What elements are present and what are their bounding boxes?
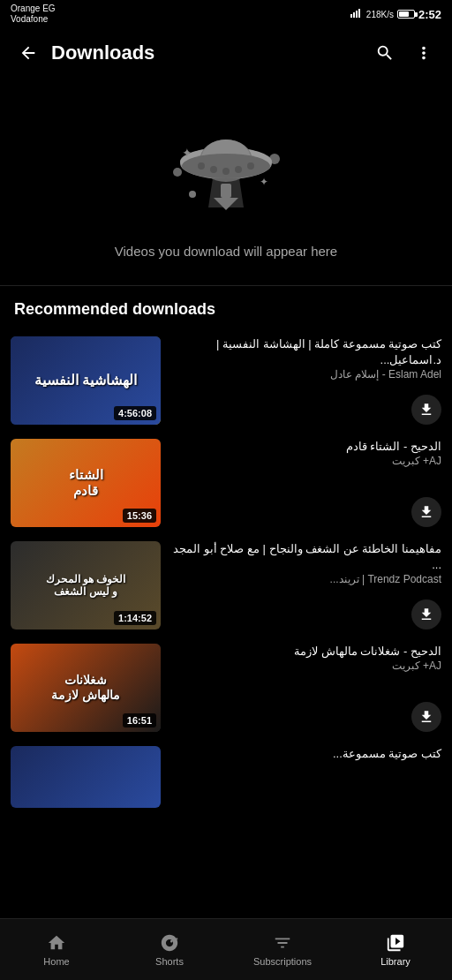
download-button-4[interactable] xyxy=(411,702,441,732)
video-actions-2 xyxy=(170,497,441,527)
nav-item-subscriptions[interactable]: Subscriptions xyxy=(226,932,339,967)
video-title-4: الدحيح - شغلانات مالهاش لازمة xyxy=(170,644,441,660)
video-info-1: كتب صوتية مسموعة كاملة | الهشاشة النفسية… xyxy=(170,336,441,425)
top-action-icons xyxy=(369,37,440,69)
download-button-2[interactable] xyxy=(411,497,441,527)
table-row: الخوف هو المحركو ليس الشغف 1:14:52 مفاهي… xyxy=(0,536,452,635)
table-row: AJ+ الشتاءقادم 15:36 الدحيح - الشتاء قاد… xyxy=(0,433,452,532)
thumbnail-2[interactable]: AJ+ الشتاءقادم 15:36 xyxy=(11,439,161,527)
section-divider xyxy=(0,285,452,286)
library-icon xyxy=(385,932,406,954)
ufo-illustration: ✦ ✦ xyxy=(164,106,288,230)
time-display: 2:52 xyxy=(418,8,441,21)
duration-badge-1: 4:56:08 xyxy=(114,406,156,420)
status-bar: Orange EG Vodafone 218K/s 2:52 xyxy=(0,0,452,26)
duration-badge-3: 1:14:52 xyxy=(114,611,156,625)
video-title-2: الدحيح - الشتاء قادم xyxy=(170,439,441,455)
video-info-2: الدحيح - الشتاء قادم AJ+ كبريت xyxy=(170,439,441,527)
nav-item-shorts[interactable]: Shorts xyxy=(113,932,226,967)
nav-item-home[interactable]: Home xyxy=(0,932,113,967)
home-icon xyxy=(46,932,67,954)
svg-text:✦: ✦ xyxy=(260,176,268,188)
empty-state: ✦ ✦ Videos you download will appear here xyxy=(0,79,452,285)
subscriptions-icon xyxy=(272,932,293,954)
svg-point-12 xyxy=(198,162,205,170)
svg-point-15 xyxy=(235,166,242,173)
battery-icon xyxy=(397,10,415,19)
video-actions-3 xyxy=(170,599,441,629)
subscriptions-label: Subscriptions xyxy=(253,956,312,967)
duration-badge-4: 16:51 xyxy=(123,713,156,727)
video-title-1: كتب صوتية مسموعة كاملة | الهشاشة النفسية… xyxy=(170,336,441,368)
video-info-3: مفاهيمنا الخاطئة عن الشغف والنجاح | مع ص… xyxy=(170,541,441,629)
svg-point-13 xyxy=(210,166,217,173)
svg-rect-18 xyxy=(221,184,231,198)
duration-badge-2: 15:36 xyxy=(123,509,156,523)
library-label: Library xyxy=(380,956,411,967)
svg-point-16 xyxy=(247,162,254,170)
svg-rect-2 xyxy=(356,11,358,18)
page-title: Downloads xyxy=(51,41,369,64)
home-label: Home xyxy=(43,956,69,967)
nav-item-library[interactable]: Library xyxy=(339,932,452,967)
svg-rect-0 xyxy=(350,14,352,18)
thumbnail-1[interactable]: الهشاشية النفسية 4:56:08 xyxy=(11,336,161,425)
more-options-button[interactable] xyxy=(408,37,440,69)
video-title-3: مفاهيمنا الخاطئة عن الشغف والنجاح | مع ص… xyxy=(170,541,441,573)
thumbnail-3[interactable]: الخوف هو المحركو ليس الشغف 1:14:52 xyxy=(11,541,161,629)
back-button[interactable] xyxy=(12,37,44,69)
empty-state-text: Videos you download will appear here xyxy=(115,244,337,259)
bottom-navigation: Home Shorts Subscriptions Library xyxy=(0,918,452,980)
top-bar: Downloads xyxy=(0,26,452,79)
svg-rect-3 xyxy=(358,9,360,18)
recommended-section-title: Recommended downloads xyxy=(0,300,452,331)
svg-point-6 xyxy=(189,191,196,198)
speed-indicator: 218K/s xyxy=(366,10,394,19)
svg-text:✦: ✦ xyxy=(182,146,192,160)
video-title-5: كتب صوتية مسموعة... xyxy=(170,746,441,762)
shorts-icon xyxy=(159,932,180,954)
shorts-label: Shorts xyxy=(155,956,184,967)
table-row: كتب صوتية مسموعة... xyxy=(0,741,452,840)
video-actions-4 xyxy=(170,702,441,732)
video-list: الهشاشية النفسية 4:56:08 كتب صوتية مسموع… xyxy=(0,331,452,850)
video-channel-4: AJ+ كبريت xyxy=(170,660,441,672)
download-button-3[interactable] xyxy=(411,599,441,629)
svg-point-14 xyxy=(222,168,230,175)
table-row: AJ+ شغلاناتمالهاش لازمة 16:51 الدحيح - ش… xyxy=(0,638,452,737)
search-button[interactable] xyxy=(369,37,401,69)
main-content: ✦ ✦ Videos you download will appear here… xyxy=(0,79,452,916)
video-info-4: الدحيح - شغلانات مالهاش لازمة AJ+ كبريت xyxy=(170,644,441,732)
video-channel-3: Trendz Podcast | تريند... xyxy=(170,573,441,585)
table-row: الهشاشية النفسية 4:56:08 كتب صوتية مسموع… xyxy=(0,331,452,430)
status-right: 218K/s 2:52 xyxy=(350,8,441,21)
svg-point-4 xyxy=(173,168,182,177)
video-info-5: كتب صوتية مسموعة... xyxy=(170,746,441,834)
video-channel-2: AJ+ كبريت xyxy=(170,455,441,467)
video-channel-1: Eslam Adel - إسلام عادل xyxy=(170,368,441,381)
thumbnail-5[interactable] xyxy=(11,746,161,808)
video-actions-1 xyxy=(170,395,441,425)
download-button-1[interactable] xyxy=(411,395,441,425)
signal-icons xyxy=(350,9,363,19)
thumbnail-4[interactable]: AJ+ شغلاناتمالهاش لازمة 16:51 xyxy=(11,644,161,732)
svg-rect-1 xyxy=(353,12,355,18)
carrier-info: Orange EG Vodafone xyxy=(11,4,56,25)
